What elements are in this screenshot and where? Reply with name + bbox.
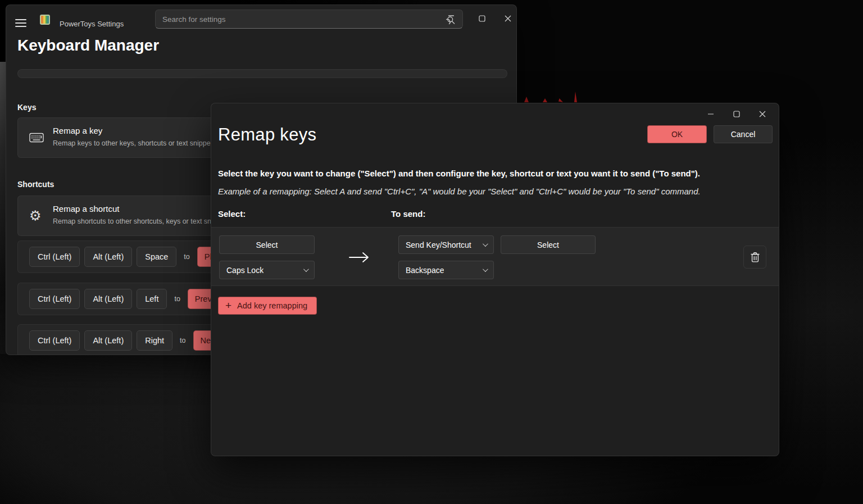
settings-search-box[interactable] [155, 10, 463, 29]
card-title: Remap a key [53, 126, 102, 135]
dialog-window-controls [698, 106, 775, 122]
target-key-value: Backspace [406, 266, 444, 275]
maximize-button[interactable] [724, 106, 750, 122]
to-send-column-label: To send: [391, 209, 425, 219]
to-label: to [184, 253, 189, 261]
dialog-title: Remap keys [218, 125, 316, 145]
cancel-button[interactable]: Cancel [714, 125, 773, 143]
key-chip: Left [137, 289, 167, 309]
dialog-example: Example of a remapping: Select A and sen… [218, 187, 769, 196]
source-key-dropdown[interactable]: Caps Lock [219, 261, 315, 279]
key-chip: Alt (Left) [84, 289, 132, 309]
chevron-down-icon [483, 266, 488, 272]
ok-button[interactable]: OK [647, 125, 707, 143]
page-title: Keyboard Manager [17, 37, 159, 55]
card-description: Remap shortcuts to other shortcuts, keys… [53, 217, 230, 225]
card-title: Remap a shortcut [53, 204, 119, 214]
to-label: to [180, 337, 185, 344]
keyboard-icon [29, 132, 44, 143]
close-button[interactable] [498, 11, 517, 26]
titlebar: PowerToys Settings [6, 5, 516, 37]
chevron-down-icon [303, 266, 309, 272]
remap-keys-dialog: Remap keys OK Cancel Select the key you … [211, 103, 779, 456]
key-chip: Right [137, 330, 172, 351]
maximize-button[interactable] [473, 11, 492, 26]
app-title: PowerToys Settings [60, 20, 124, 28]
send-type-dropdown[interactable]: Send Key/Shortcut [398, 235, 494, 254]
search-icon[interactable] [446, 15, 456, 24]
send-type-value: Send Key/Shortcut [406, 240, 471, 249]
target-key-dropdown[interactable]: Backspace [398, 261, 494, 279]
select-source-key-button[interactable]: Select [219, 235, 315, 254]
add-button-label: Add key remapping [237, 301, 307, 310]
minimize-button[interactable] [698, 106, 724, 122]
gear-icon: ⚙ [29, 209, 42, 223]
key-chip: Alt (Left) [84, 330, 132, 351]
remap-row-strip: Select Caps Lock Send Key/Shortcut Selec… [211, 227, 779, 286]
add-key-remapping-button[interactable]: + Add key remapping [218, 297, 317, 315]
card-description: Remap keys to other keys, shortcuts or t… [53, 139, 216, 147]
section-header-shortcuts: Shortcuts [17, 180, 54, 189]
arrow-right-icon [348, 251, 370, 266]
to-label: to [174, 295, 180, 303]
select-column-label: Select: [218, 209, 246, 219]
delete-remapping-button[interactable] [743, 246, 766, 269]
select-target-key-button[interactable]: Select [501, 235, 596, 254]
info-bar [17, 69, 507, 78]
section-header-keys: Keys [17, 103, 36, 112]
hamburger-menu-icon[interactable] [15, 19, 26, 27]
powertoys-app-icon [40, 15, 50, 25]
plus-icon: + [225, 300, 231, 311]
chevron-down-icon [483, 241, 488, 247]
dialog-instruction: Select the key you want to change ("Sele… [218, 169, 769, 178]
close-button[interactable] [750, 106, 775, 122]
key-chip: Alt (Left) [84, 247, 132, 267]
key-chip: Ctrl (Left) [29, 330, 80, 351]
source-key-value: Caps Lock [226, 266, 264, 275]
key-chip: Ctrl (Left) [29, 289, 80, 309]
search-input[interactable] [156, 15, 446, 24]
key-chip: Ctrl (Left) [29, 247, 80, 267]
trash-icon [750, 251, 761, 264]
key-chip: Space [137, 247, 176, 267]
